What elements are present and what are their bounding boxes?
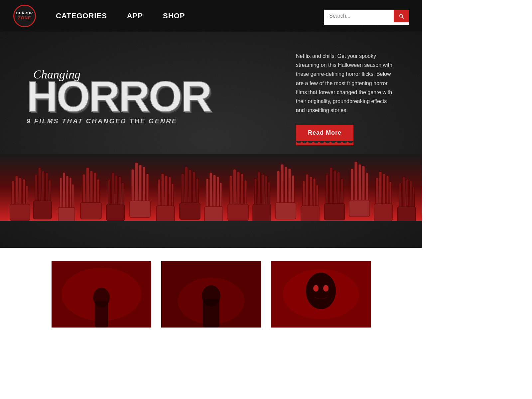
navbar: HORROR ZONE CATEGORIES APP SHOP [0,0,422,32]
hands-illustration [0,154,422,221]
svg-rect-81 [333,170,336,207]
svg-rect-64 [265,176,267,208]
svg-rect-58 [241,174,243,208]
search-wrap [324,10,409,22]
svg-rect-93 [383,174,385,208]
svg-rect-49 [206,179,208,211]
logo-wrap[interactable]: HORROR ZONE [13,5,36,27]
logo-circle: HORROR ZONE [13,5,36,27]
svg-rect-80 [330,168,332,207]
svg-rect-44 [185,167,188,207]
svg-rect-50 [209,173,212,211]
svg-rect-18 [58,207,75,221]
svg-rect-26 [111,173,114,207]
svg-rect-55 [229,176,232,208]
hero-horror-title: HORROR [27,78,226,115]
svg-rect-37 [158,179,160,209]
svg-rect-85 [351,169,353,204]
search-button[interactable] [394,10,409,22]
svg-rect-72 [275,202,296,219]
svg-rect-2 [15,176,18,207]
svg-rect-7 [35,174,37,204]
svg-rect-31 [131,169,134,204]
card-figure-2 [161,261,261,328]
svg-rect-75 [310,177,312,210]
svg-rect-100 [410,181,412,210]
svg-rect-34 [143,167,145,204]
svg-rect-24 [80,202,101,219]
svg-rect-67 [277,171,280,206]
svg-rect-98 [402,177,405,210]
svg-rect-32 [135,163,138,204]
search-icon [398,13,404,19]
svg-rect-45 [189,170,192,207]
hero-content: Changing HORROR 9 FILMS THAT CHANGED THE… [0,32,422,154]
svg-rect-48 [180,203,200,219]
search-input[interactable] [324,10,394,22]
svg-rect-90 [349,200,370,217]
svg-rect-39 [165,176,168,209]
svg-rect-66 [253,204,271,221]
svg-rect-22 [94,173,96,206]
svg-point-114 [313,285,319,292]
svg-rect-42 [156,206,175,221]
svg-rect-19 [82,174,85,206]
nav-link-app[interactable]: APP [127,12,143,20]
svg-rect-47 [196,178,199,207]
nav-links: CATEGORIES APP SHOP [56,12,324,20]
svg-rect-63 [261,174,264,208]
svg-point-115 [323,285,329,292]
svg-rect-84 [324,203,345,220]
svg-rect-99 [406,179,409,210]
svg-rect-87 [358,164,361,204]
svg-rect-91 [376,178,378,208]
svg-point-113 [306,273,336,309]
svg-rect-38 [161,174,164,209]
svg-rect-97 [399,183,401,210]
svg-rect-14 [63,173,65,211]
svg-rect-21 [90,171,93,206]
nav-link-categories[interactable]: CATEGORIES [56,12,107,20]
card-image-1 [52,261,151,328]
svg-rect-3 [19,178,22,207]
svg-rect-56 [233,169,236,208]
svg-rect-51 [213,175,216,211]
read-more-button[interactable]: Read More [296,125,353,141]
svg-rect-1 [12,181,14,207]
svg-rect-6 [10,204,30,221]
svg-rect-57 [237,172,240,208]
svg-rect-82 [337,172,340,207]
svg-rect-92 [379,172,382,208]
svg-rect-20 [86,168,89,206]
svg-rect-89 [366,173,368,204]
svg-rect-70 [288,169,291,206]
nav-link-shop[interactable]: SHOP [163,12,185,20]
svg-rect-41 [172,184,174,209]
svg-rect-86 [354,162,357,204]
svg-rect-54 [204,206,223,221]
card-1 [52,261,151,328]
svg-rect-8 [38,168,41,204]
svg-rect-16 [69,178,71,211]
svg-rect-28 [119,177,121,207]
svg-rect-30 [106,204,125,221]
svg-rect-76 [313,178,316,210]
hero-section: Changing HORROR 9 FILMS THAT CHANGED THE… [0,32,422,248]
svg-rect-33 [139,165,142,204]
svg-rect-46 [193,172,195,207]
svg-rect-96 [374,204,392,221]
svg-rect-40 [169,177,171,209]
svg-rect-43 [181,174,184,207]
card-image-2 [161,261,261,328]
hero-description: Netflix and chills: Get your spooky stre… [296,52,396,115]
svg-rect-71 [292,175,294,206]
svg-rect-83 [341,179,343,207]
svg-rect-74 [306,174,309,210]
svg-rect-79 [326,174,329,207]
svg-rect-59 [244,180,247,208]
svg-rect-62 [258,172,260,208]
svg-rect-9 [42,171,45,204]
svg-rect-69 [285,167,287,206]
svg-rect-102 [397,207,416,221]
svg-rect-23 [97,179,99,206]
